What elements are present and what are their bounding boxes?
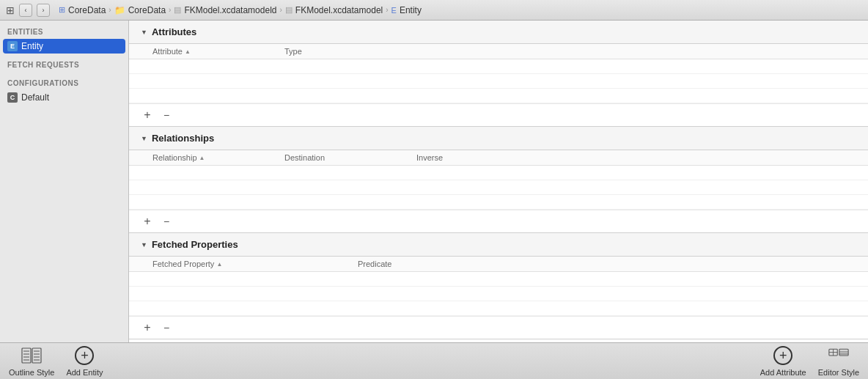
remove-attribute-button[interactable]: − <box>160 108 173 122</box>
add-fetched-button[interactable]: + <box>141 321 154 334</box>
attributes-header[interactable]: ▼ Attributes <box>129 21 868 44</box>
editor-style-button[interactable]: Editor Style <box>818 345 859 377</box>
attribute-col-header[interactable]: Attribute ▲ <box>152 47 284 56</box>
relationships-col-headers: Relationship ▲ Destination Inverse <box>129 150 868 166</box>
add-entity-icon: + <box>74 345 95 366</box>
editor: ▼ Attributes Attribute ▲ Type + − <box>129 21 868 342</box>
add-attribute-label: Add Attribute <box>760 368 806 377</box>
editor-style-label: Editor Style <box>818 368 859 377</box>
breadcrumb-folder[interactable]: 📁 CoreData <box>114 5 166 15</box>
relationship-sort-arrow: ▲ <box>199 155 205 161</box>
attributes-rows <box>129 59 868 104</box>
sidebar-item-default[interactable]: C Default <box>0 90 128 105</box>
breadcrumb-xcdatamodel-label: FKModel.xcdatamodel <box>295 5 383 15</box>
breadcrumb-entity-label: Entity <box>400 5 422 15</box>
outline-style-svg <box>21 347 42 364</box>
fetch-requests-section-label: FETCH REQUESTS <box>0 54 128 72</box>
fetched-toggle-icon: ▼ <box>141 241 147 249</box>
fetched-rows <box>129 272 868 317</box>
sidebar-item-entity[interactable]: E Entity <box>3 39 125 54</box>
back-button[interactable]: ‹ <box>19 4 32 17</box>
fetched-controls: + − <box>129 317 868 339</box>
relationship-col-label: Relationship <box>152 153 197 162</box>
toolbar-right: + Add Attribute Editor Style <box>760 345 859 377</box>
relationships-title: Relationships <box>152 133 214 144</box>
add-attribute-icon: + <box>773 345 793 366</box>
breadcrumb-entity[interactable]: E Entity <box>391 5 422 15</box>
xcdatamodel-icon: ▤ <box>285 5 293 15</box>
fetched-properties-header[interactable]: ▼ Fetched Properties <box>129 233 868 257</box>
fetched-empty-row-2 <box>129 287 868 301</box>
destination-col-header: Destination <box>284 153 416 162</box>
breadcrumb: ⊞ CoreData › 📁 CoreData › ▤ FKModel.xcda… <box>59 5 422 15</box>
rel-empty-row-1 <box>129 166 868 180</box>
rel-empty-row-3 <box>129 195 868 210</box>
main-content: ENTITIES E Entity FETCH REQUESTS CONFIGU… <box>0 21 868 342</box>
add-relationship-button[interactable]: + <box>141 215 154 228</box>
relationships-toggle-icon: ▼ <box>141 135 147 142</box>
predicate-col-label: Predicate <box>358 260 391 268</box>
svg-rect-0 <box>22 348 31 363</box>
attributes-col-headers: Attribute ▲ Type <box>129 44 868 59</box>
default-item-icon: C <box>7 92 18 103</box>
folder-icon: 📁 <box>114 5 125 15</box>
xcdatamodeld-icon: ▤ <box>174 5 181 15</box>
breadcrumb-project-label: CoreData <box>68 5 106 15</box>
relationships-controls: + − <box>129 210 868 232</box>
breadcrumb-sep-2: › <box>169 6 171 14</box>
attributes-controls: + − <box>129 104 868 126</box>
add-attribute-circle-icon: + <box>773 346 792 365</box>
fetched-property-col-label: Fetched Property <box>152 260 214 268</box>
title-bar: ⊞ ‹ › ⊞ CoreData › 📁 CoreData › ▤ FKMode… <box>0 0 868 21</box>
configurations-section-label: CONFIGURATIONS <box>0 72 128 90</box>
svg-rect-5 <box>32 348 41 363</box>
inverse-col-header: Inverse <box>416 153 856 162</box>
fetched-property-col-header[interactable]: Fetched Property ▲ <box>152 260 358 268</box>
outline-style-label: Outline Style <box>9 368 54 377</box>
relationships-section: ▼ Relationships Relationship ▲ Destinati… <box>129 127 868 233</box>
destination-col-label: Destination <box>284 153 325 162</box>
attr-empty-row-3 <box>129 89 868 103</box>
remove-fetched-button[interactable]: − <box>160 321 173 334</box>
attributes-section: ▼ Attributes Attribute ▲ Type + − <box>129 21 868 127</box>
add-attribute-inline-button[interactable]: + <box>141 108 154 122</box>
fetched-empty-row-3 <box>129 301 868 316</box>
entity-icon: E <box>391 6 397 15</box>
breadcrumb-xcdatamodeld[interactable]: ▤ FKModel.xcdatamodeld <box>174 5 276 15</box>
relationship-col-header[interactable]: Relationship ▲ <box>152 153 284 162</box>
remove-relationship-button[interactable]: − <box>160 215 173 228</box>
attribute-sort-arrow: ▲ <box>185 48 191 55</box>
outline-style-icon <box>21 345 42 366</box>
window-controls: ⊞ <box>6 4 15 16</box>
fetched-col-headers: Fetched Property ▲ Predicate <box>129 257 868 272</box>
inverse-col-label: Inverse <box>416 153 443 162</box>
fetched-properties-title: Fetched Properties <box>152 239 238 250</box>
add-attribute-button[interactable]: + Add Attribute <box>760 345 806 377</box>
attr-empty-row-2 <box>129 74 868 89</box>
attr-empty-row-1 <box>129 59 868 74</box>
editor-style-icon <box>828 345 849 366</box>
breadcrumb-xcdatamodeld-label: FKModel.xcdatamodeld <box>184 5 276 15</box>
relationships-rows <box>129 166 868 210</box>
rel-empty-row-2 <box>129 180 868 195</box>
fetched-empty-row-1 <box>129 272 868 287</box>
entity-item-icon: E <box>7 41 18 51</box>
forward-button[interactable]: › <box>37 4 50 17</box>
project-icon: ⊞ <box>59 5 65 15</box>
editor-style-svg <box>828 347 849 364</box>
entities-section-label: ENTITIES <box>0 21 128 39</box>
breadcrumb-folder-label: CoreData <box>128 5 166 15</box>
type-col-header: Type <box>284 47 856 56</box>
relationships-header[interactable]: ▼ Relationships <box>129 127 868 150</box>
add-entity-button[interactable]: + Add Entity <box>66 345 103 377</box>
breadcrumb-project[interactable]: ⊞ CoreData <box>59 5 106 15</box>
entity-item-label: Entity <box>21 41 43 51</box>
svg-rect-13 <box>839 349 848 356</box>
breadcrumb-sep-4: › <box>386 6 388 14</box>
grid-icon: ⊞ <box>6 4 15 16</box>
default-item-label: Default <box>21 92 49 103</box>
predicate-col-header: Predicate <box>358 260 856 268</box>
outline-style-button[interactable]: Outline Style <box>9 345 54 377</box>
breadcrumb-xcdatamodel[interactable]: ▤ FKModel.xcdatamodel <box>285 5 383 15</box>
fetched-properties-section: ▼ Fetched Properties Fetched Property ▲ … <box>129 233 868 339</box>
